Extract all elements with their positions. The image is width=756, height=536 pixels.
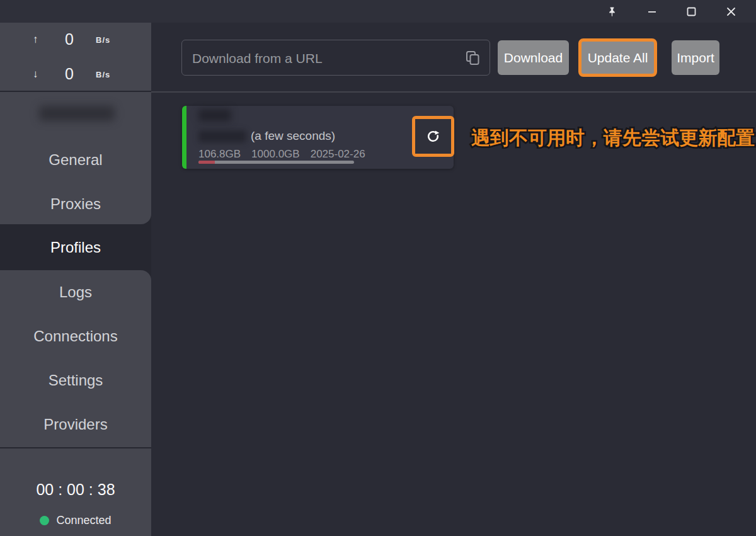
download-speed-value: 0 [50,65,88,83]
sidebar-item-connections[interactable]: Connections [0,314,151,358]
redacted-profile-title [198,109,231,122]
sidebar-item-label: Logs [59,283,92,301]
profile-stats-row: 106.8GB 1000.0GB 2025-02-26 [198,148,365,161]
maximize-icon[interactable] [672,0,711,23]
connection-status-label: Connected [56,514,111,527]
sidebar-item-label: Proxies [50,195,101,213]
close-icon[interactable] [711,0,751,23]
redacted-profile-name [198,130,246,142]
sidebar-item-label: Connections [33,328,117,345]
sidebar: ↑ 0 B/s ↓ 0 B/s 00 : 00 : 38 Connected G… [0,23,151,536]
url-input-box [181,40,490,76]
sidebar-item-label: Providers [43,416,107,433]
sidebar-footer: 00 : 00 : 38 Connected [0,448,151,536]
uptime-timer: 00 : 00 : 38 [0,481,151,499]
sidebar-item-providers[interactable]: Providers [0,402,151,447]
update-all-button[interactable]: Update All [578,38,657,77]
usage-progress-bar [198,161,354,164]
paste-icon[interactable] [464,50,481,66]
sidebar-item-logs[interactable]: Logs [0,270,151,314]
download-speed-row: ↓ 0 B/s [0,66,151,84]
refresh-profile-button[interactable] [415,119,451,154]
download-speed-unit: B/s [96,70,110,79]
sidebar-item-profiles[interactable]: Profiles [0,224,151,270]
upload-speed-value: 0 [50,30,88,48]
update-highlight-frame [412,116,454,157]
redacted-sidebar-text [39,106,115,121]
profile-updated-ago: (a few seconds) [251,129,335,143]
connected-dot-icon [40,516,49,525]
sidebar-item-label: Settings [49,372,103,389]
connection-status: Connected [0,514,151,527]
refresh-icon [425,128,441,144]
profile-total: 1000.0GB [251,148,300,161]
url-input[interactable] [191,40,458,76]
download-button[interactable]: Download [498,40,569,75]
title-bar [0,0,756,23]
up-arrow-icon: ↑ [33,33,38,46]
window-controls [592,0,751,23]
upload-speed-row: ↑ 0 B/s [0,31,151,49]
profile-active-bar [182,106,186,169]
import-button[interactable]: Import [672,40,719,75]
sidebar-item-label: Profiles [50,239,101,256]
down-arrow-icon: ↓ [33,68,38,81]
upload-speed-unit: B/s [96,35,110,45]
pin-icon[interactable] [592,0,632,23]
minimize-icon[interactable] [632,0,672,23]
traffic-panel: ↑ 0 B/s ↓ 0 B/s [0,23,151,91]
profiles-header: Download Update All Import [151,23,756,93]
sidebar-item-label: General [49,151,102,169]
sidebar-item-proxies[interactable]: Proxies [0,182,151,226]
sidebar-item-general[interactable]: General [0,138,151,182]
sidebar-item-settings[interactable]: Settings [0,358,151,402]
tutorial-annotation: 遇到不可用时，请先尝试更新配置 [471,125,756,151]
main-content: Download Update All Import (a few second… [151,23,756,536]
profile-expire-date: 2025-02-26 [311,148,365,161]
usage-progress-fill [198,161,215,164]
profile-used: 106.8GB [198,148,241,161]
